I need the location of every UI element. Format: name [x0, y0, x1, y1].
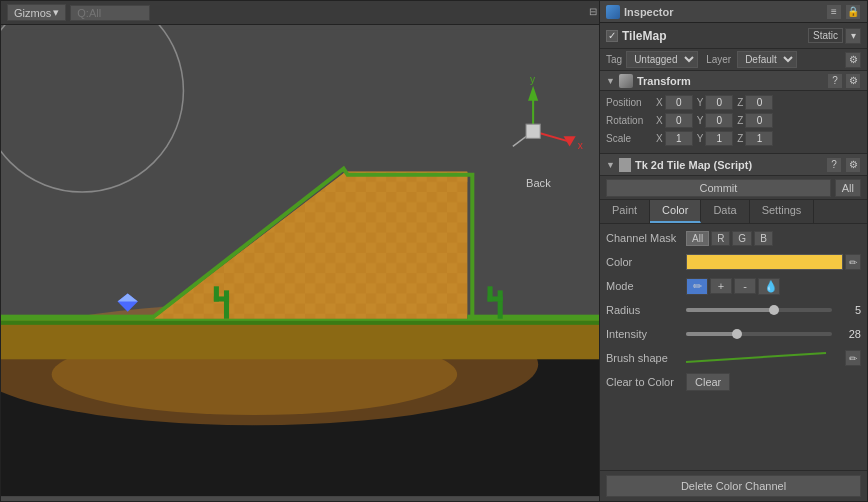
layer-settings-button[interactable]: ⚙	[845, 52, 861, 68]
scale-z-input[interactable]	[745, 131, 773, 146]
script-arrow-icon: ▼	[606, 160, 615, 170]
channel-r-button[interactable]: R	[711, 231, 730, 246]
mode-add-button[interactable]: +	[710, 278, 732, 294]
svg-rect-16	[224, 290, 229, 318]
scene-collapse-button[interactable]: ⊟	[589, 6, 597, 17]
static-badge[interactable]: Static	[808, 28, 843, 43]
intensity-slider[interactable]	[686, 332, 832, 336]
channel-mask-value: All R G B	[686, 231, 861, 246]
rotation-y-item: Y	[697, 113, 734, 128]
svg-rect-10	[1, 315, 153, 321]
brush-shape-value: ✏	[686, 350, 861, 366]
scene-search-input[interactable]	[70, 5, 150, 21]
scene-toolbar-controls: Gizmos ▾	[7, 4, 150, 21]
scale-z-item: Z	[737, 131, 773, 146]
layer-dropdown[interactable]: Default	[737, 51, 797, 68]
brush-shape-svg	[686, 350, 843, 366]
intensity-row: Intensity 28	[606, 324, 861, 344]
scene-view: Gizmos ▾ ⊟	[1, 1, 599, 501]
transform-menu-button[interactable]: ⚙	[845, 73, 861, 89]
mode-subtract-button[interactable]: -	[734, 278, 756, 294]
commit-button[interactable]: Commit	[606, 179, 831, 197]
clear-to-color-value: Clear	[686, 373, 861, 391]
tab-settings[interactable]: Settings	[750, 200, 815, 223]
pos-y-label: Y	[697, 97, 704, 108]
svg-rect-12	[1, 321, 599, 325]
position-x-item: X	[656, 95, 693, 110]
object-settings-button[interactable]: ▾	[845, 28, 861, 44]
scale-x-input[interactable]	[665, 131, 693, 146]
position-z-item: Z	[737, 95, 773, 110]
brush-shape-label: Brush shape	[606, 352, 686, 364]
channel-all-button[interactable]: All	[686, 231, 709, 246]
mode-fill-button[interactable]: 💧	[758, 278, 780, 295]
rotation-label: Rotation	[606, 115, 656, 126]
svg-rect-29	[526, 124, 540, 138]
channel-mask-row: Channel Mask All R G B	[606, 228, 861, 248]
pos-x-label: X	[656, 97, 663, 108]
scale-y-input[interactable]	[705, 131, 733, 146]
rotation-row: Rotation X Y Z	[606, 113, 861, 128]
color-swatch[interactable]	[686, 254, 843, 270]
color-label: Color	[606, 256, 686, 268]
brush-shape-container	[686, 350, 843, 366]
inspector-lock-button[interactable]: 🔒	[845, 4, 861, 20]
intensity-label: Intensity	[606, 328, 686, 340]
brush-shape-edit-button[interactable]: ✏	[845, 350, 861, 366]
pos-y-input[interactable]	[705, 95, 733, 110]
svg-rect-18	[214, 286, 219, 301]
eyedropper-button[interactable]: ✏	[845, 254, 861, 270]
mode-paint-button[interactable]: ✏	[686, 278, 708, 295]
rot-x-input[interactable]	[665, 113, 693, 128]
brush-shape-row: Brush shape ✏	[606, 348, 861, 368]
delete-color-channel-button[interactable]: Delete Color Channel	[606, 475, 861, 497]
intensity-thumb[interactable]	[732, 329, 742, 339]
tag-dropdown[interactable]: Untagged	[626, 51, 698, 68]
radius-label: Radius	[606, 304, 686, 316]
object-enabled-checkbox[interactable]: ✓	[606, 30, 618, 42]
tag-layer-row: Tag Untagged Layer Default ⚙	[600, 49, 867, 71]
clear-to-color-row: Clear to Color Clear	[606, 372, 861, 392]
inspector-header-icons: ≡ 🔒	[826, 4, 861, 20]
pos-z-input[interactable]	[745, 95, 773, 110]
tab-data[interactable]: Data	[701, 200, 749, 223]
tab-color[interactable]: Color	[650, 200, 701, 223]
position-xyz: X Y Z	[656, 95, 861, 110]
clear-to-color-label: Clear to Color	[606, 376, 686, 388]
gizmos-label: Gizmos	[14, 7, 51, 19]
radius-row: Radius 5	[606, 300, 861, 320]
tab-paint[interactable]: Paint	[600, 200, 650, 223]
pos-x-input[interactable]	[665, 95, 693, 110]
scale-y-item: Y	[697, 131, 734, 146]
script-help-button[interactable]: ?	[826, 157, 842, 173]
pos-z-label: Z	[737, 97, 743, 108]
transform-label: Transform	[637, 75, 691, 87]
rot-z-input[interactable]	[745, 113, 773, 128]
channel-g-button[interactable]: G	[732, 231, 752, 246]
scale-xyz: X Y Z	[656, 131, 861, 146]
inspector-panel: Inspector ≡ 🔒 ✓ TileMap Static ▾ Tag Unt…	[599, 1, 867, 501]
position-y-item: Y	[697, 95, 734, 110]
transform-arrow-icon: ▼	[606, 76, 615, 86]
script-settings-button[interactable]: ⚙	[845, 157, 861, 173]
inspector-menu-button[interactable]: ≡	[826, 4, 842, 20]
channel-mask-label: Channel Mask	[606, 232, 686, 244]
transform-help-button[interactable]: ?	[827, 73, 843, 89]
color-value: ✏	[686, 254, 861, 270]
transform-section-header: ▼ Transform ? ⚙	[600, 71, 867, 91]
radius-thumb[interactable]	[769, 305, 779, 315]
rotation-xyz: X Y Z	[656, 113, 861, 128]
svg-rect-11	[467, 315, 599, 321]
channel-b-button[interactable]: B	[754, 231, 773, 246]
radius-slider[interactable]	[686, 308, 832, 312]
clear-button[interactable]: Clear	[686, 373, 730, 391]
tag-label: Tag	[606, 54, 622, 65]
rot-y-input[interactable]	[705, 113, 733, 128]
svg-rect-21	[488, 286, 493, 301]
scale-x-label: X	[656, 133, 663, 144]
all-button[interactable]: All	[835, 179, 861, 197]
gizmos-button[interactable]: Gizmos ▾	[7, 4, 66, 21]
rot-z-label: Z	[737, 115, 743, 126]
transform-section: Position X Y Z	[600, 91, 867, 154]
commit-row: Commit All	[600, 176, 867, 200]
